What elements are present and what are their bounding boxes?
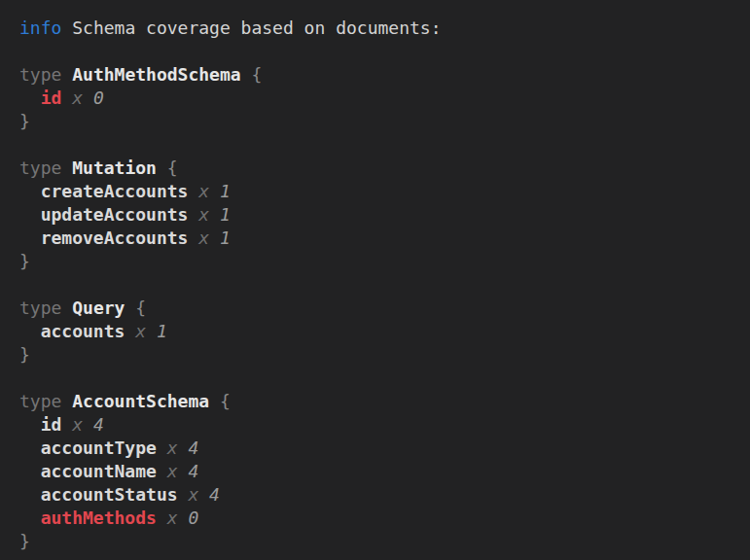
info-label: info: [19, 18, 61, 38]
open-brace: {: [167, 158, 178, 178]
times-marker: x: [167, 508, 178, 528]
field-name: createAccounts: [41, 181, 189, 201]
field-line: accountStatus x 4: [19, 483, 738, 507]
field-name-uncovered: id: [41, 88, 62, 108]
field-line: authMethods x 0: [19, 507, 738, 530]
usage-count: 1: [220, 204, 231, 225]
times-marker: x: [167, 461, 178, 481]
type-declaration-line: type Mutation {: [19, 157, 738, 180]
field-name: updateAccounts: [41, 204, 189, 225]
blank-line: [19, 367, 738, 390]
close-brace: }: [19, 111, 30, 131]
usage-count: 1: [157, 321, 167, 341]
type-name: AuthMethodSchema: [72, 64, 240, 85]
type-name: Mutation: [72, 158, 157, 178]
usage-count: 0: [93, 88, 104, 108]
field-line: accounts x 1: [19, 320, 738, 343]
field-line: accountType x 4: [19, 437, 738, 460]
type-name: Query: [72, 298, 125, 318]
times-marker: x: [198, 228, 209, 248]
usage-count: 1: [220, 228, 231, 248]
usage-count: 4: [209, 484, 220, 505]
blank-line: [19, 273, 738, 297]
info-line: info Schema coverage based on documents:: [19, 17, 738, 40]
type-keyword: type: [19, 158, 61, 178]
usage-count: 4: [93, 414, 104, 435]
blank-line: [19, 40, 738, 63]
closing-brace-line: }: [19, 250, 738, 273]
close-brace: }: [19, 251, 30, 271]
type-keyword: type: [19, 391, 61, 411]
times-marker: x: [72, 88, 83, 108]
usage-count: 4: [188, 461, 198, 481]
open-brace: {: [135, 298, 146, 318]
field-name: accountStatus: [41, 484, 178, 505]
usage-count: 0: [188, 508, 198, 528]
type-declaration-line: type AccountSchema {: [19, 390, 738, 413]
field-line: createAccounts x 1: [19, 180, 738, 203]
field-name: accountType: [41, 438, 157, 458]
terminal-output: info Schema coverage based on documents:…: [0, 0, 750, 560]
field-line: id x 0: [19, 87, 738, 110]
times-marker: x: [188, 484, 198, 505]
field-name-uncovered: authMethods: [41, 508, 157, 528]
blank-line: [19, 133, 738, 157]
times-marker: x: [135, 321, 146, 341]
close-brace: }: [19, 344, 30, 365]
field-line: updateAccounts x 1: [19, 203, 738, 227]
times-marker: x: [198, 204, 209, 225]
closing-brace-line: }: [19, 343, 738, 367]
type-declaration-line: type Query {: [19, 297, 738, 320]
type-name: AccountSchema: [72, 391, 209, 411]
open-brace: {: [251, 64, 262, 85]
times-marker: x: [72, 414, 83, 435]
usage-count: 4: [188, 438, 198, 458]
closing-brace-line: }: [19, 110, 738, 133]
field-name: accountName: [41, 461, 157, 481]
close-brace: }: [19, 531, 30, 551]
times-marker: x: [198, 181, 209, 201]
closing-brace-line: }: [19, 530, 738, 553]
info-message: Schema coverage based on documents:: [72, 18, 441, 38]
open-brace: {: [220, 391, 231, 411]
times-marker: x: [167, 438, 178, 458]
field-line: removeAccounts x 1: [19, 227, 738, 250]
field-name: id: [41, 414, 62, 435]
usage-count: 1: [220, 181, 231, 201]
field-name: removeAccounts: [41, 228, 189, 248]
field-name: accounts: [41, 321, 125, 341]
type-keyword: type: [19, 298, 61, 318]
field-line: accountName x 4: [19, 460, 738, 483]
field-line: id x 4: [19, 413, 738, 437]
type-declaration-line: type AuthMethodSchema {: [19, 63, 738, 87]
type-keyword: type: [19, 64, 61, 85]
